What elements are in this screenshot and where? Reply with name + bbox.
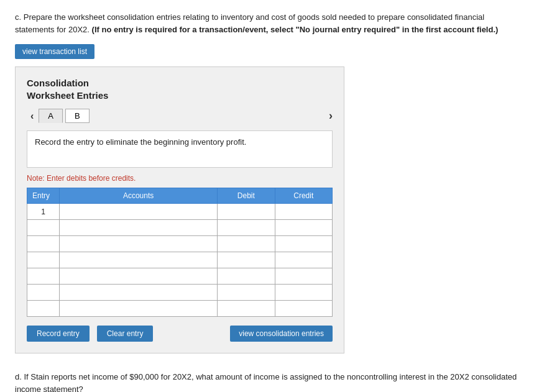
- account-input[interactable]: [63, 207, 213, 216]
- table-row: [27, 236, 333, 252]
- debit-input[interactable]: [221, 256, 270, 265]
- instruction-text: Record the entry to eliminate the beginn…: [35, 137, 246, 147]
- intro-bold-text: (If no entry is required for a transacti…: [92, 25, 499, 34]
- credit-cell[interactable]: [275, 252, 332, 268]
- account-input[interactable]: [63, 304, 213, 313]
- debit-cell[interactable]: [218, 268, 275, 285]
- debit-cell[interactable]: [218, 301, 275, 317]
- credit-input[interactable]: [279, 304, 328, 313]
- entry-cell: 1: [27, 204, 60, 220]
- tabs-nav: ‹ A B ›: [27, 109, 333, 123]
- section-d-text: d. If Stain reports net income of $90,00…: [15, 371, 519, 392]
- action-buttons: Record entry Clear entry view consolidat…: [27, 326, 333, 342]
- account-cell[interactable]: [60, 236, 218, 252]
- credit-cell[interactable]: [275, 301, 332, 317]
- credit-input[interactable]: [279, 240, 328, 248]
- debit-input[interactable]: [221, 224, 270, 232]
- col-header-credit: Credit: [275, 188, 332, 204]
- record-entry-button[interactable]: Record entry: [27, 326, 90, 342]
- credit-input[interactable]: [279, 256, 328, 265]
- account-input[interactable]: [63, 224, 213, 232]
- table-row: [27, 252, 333, 268]
- account-cell[interactable]: [60, 301, 218, 317]
- table-row: [27, 301, 333, 317]
- account-input[interactable]: [63, 272, 213, 281]
- col-header-accounts: Accounts: [60, 188, 218, 204]
- credit-input[interactable]: [279, 224, 328, 232]
- account-input[interactable]: [63, 240, 213, 248]
- debit-cell[interactable]: [218, 236, 275, 252]
- tab-a[interactable]: A: [39, 109, 63, 123]
- intro-paragraph: c. Prepare the worksheet consolidation e…: [15, 11, 519, 35]
- credit-input[interactable]: [279, 272, 328, 281]
- credit-input[interactable]: [279, 207, 328, 216]
- debit-cell[interactable]: [218, 220, 275, 236]
- account-cell[interactable]: [60, 285, 218, 301]
- debit-input[interactable]: [221, 272, 270, 281]
- credit-cell[interactable]: [275, 268, 332, 285]
- journal-table: Entry Accounts Debit Credit 1: [27, 188, 333, 317]
- credit-cell[interactable]: [275, 204, 332, 220]
- section-d: d. If Stain reports net income of $90,00…: [15, 371, 519, 392]
- note-text: Note: Enter debits before credits.: [27, 174, 333, 183]
- entry-cell: [27, 252, 60, 268]
- view-transaction-button[interactable]: view transaction list: [15, 44, 94, 59]
- entry-cell: [27, 285, 60, 301]
- credit-input[interactable]: [279, 288, 328, 297]
- table-row: [27, 285, 333, 301]
- col-header-entry: Entry: [27, 188, 60, 204]
- debit-cell[interactable]: [218, 252, 275, 268]
- account-cell[interactable]: [60, 252, 218, 268]
- credit-cell[interactable]: [275, 220, 332, 236]
- credit-cell[interactable]: [275, 236, 332, 252]
- entry-cell: [27, 236, 60, 252]
- view-consolidation-button[interactable]: view consolidation entries: [230, 326, 333, 342]
- tab-next-arrow[interactable]: ›: [329, 109, 333, 122]
- debit-input[interactable]: [221, 207, 270, 216]
- debit-input[interactable]: [221, 288, 270, 297]
- debit-cell[interactable]: [218, 285, 275, 301]
- account-cell[interactable]: [60, 268, 218, 285]
- debit-cell[interactable]: [218, 204, 275, 220]
- card-title: Consolidation Worksheet Entries: [27, 77, 333, 101]
- tab-b[interactable]: B: [65, 109, 90, 123]
- col-header-debit: Debit: [218, 188, 275, 204]
- entry-cell: [27, 268, 60, 285]
- debit-input[interactable]: [221, 240, 270, 248]
- credit-cell[interactable]: [275, 285, 332, 301]
- account-cell[interactable]: [60, 220, 218, 236]
- table-row: [27, 268, 333, 285]
- entry-cell: [27, 220, 60, 236]
- debit-input[interactable]: [221, 304, 270, 313]
- account-input[interactable]: [63, 256, 213, 265]
- account-cell[interactable]: [60, 204, 218, 220]
- instruction-box: Record the entry to eliminate the beginn…: [27, 130, 333, 168]
- clear-entry-button[interactable]: Clear entry: [97, 326, 154, 342]
- consolidation-card: Consolidation Worksheet Entries ‹ A B › …: [15, 66, 344, 353]
- entry-cell: [27, 301, 60, 317]
- table-row: 1: [27, 204, 333, 220]
- table-row: [27, 220, 333, 236]
- tab-prev-arrow[interactable]: ‹: [27, 109, 37, 123]
- account-input[interactable]: [63, 288, 213, 297]
